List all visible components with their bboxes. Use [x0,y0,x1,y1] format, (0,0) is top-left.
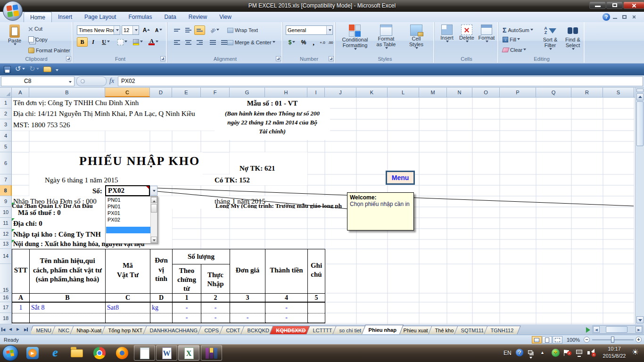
table-cell-qty-doc[interactable]: - [173,313,201,323]
column-header-f[interactable]: F [201,88,230,97]
minimize-button[interactable] [589,1,606,9]
font-size-combo[interactable]: 12 [122,25,139,35]
table-cell-stt[interactable] [12,313,30,323]
table-cell-code[interactable] [106,313,150,323]
last-sheet-button[interactable]: ▶ [24,326,30,333]
column-header-a[interactable]: A [12,88,29,97]
split-handle[interactable] [636,89,644,92]
column-header-o[interactable]: O [472,88,500,97]
close-button[interactable] [623,1,644,9]
tab-home[interactable]: Home [24,12,52,22]
show-hidden-icons-button[interactable]: ▲ [540,350,545,355]
align-center-button[interactable] [183,38,194,47]
dropdown-selected-blank-item[interactable] [106,227,150,233]
tab-data[interactable]: Data [158,12,182,22]
volume-tray-icon[interactable]: x [587,349,594,356]
shrink-font-button[interactable]: A [153,25,165,35]
bold-button[interactable]: B [77,37,88,47]
table-cell-note[interactable] [308,313,325,323]
column-header-l[interactable]: L [388,88,419,97]
dropdown-item[interactable]: PX01 [106,210,157,216]
fill-color-button[interactable] [131,37,145,47]
row-header-8[interactable]: 8 [0,185,12,196]
prev-sheet-button[interactable]: ◀ [9,326,15,333]
taskbar-ie-button[interactable]: e [49,347,61,359]
row-header-18[interactable]: 18 [0,313,12,324]
zoom-out-button[interactable]: – [584,337,590,343]
table-cell-name[interactable] [30,313,106,323]
cell-dropdown-button[interactable] [150,186,157,196]
column-header-j[interactable]: J [325,88,356,97]
conditional-formatting-button[interactable]: Conditional Formatting [339,25,371,51]
horizontal-scrollbar[interactable]: ◀ ▶ [592,325,643,334]
workbook-minimize-button[interactable] [613,14,620,20]
align-top-button[interactable] [172,25,182,35]
row-header-16[interactable]: 16 [0,293,12,302]
table-cell-code[interactable]: Sat8 [106,303,150,313]
accounting-format-button[interactable]: $ [286,38,298,47]
worksheet[interactable]: 1 2 3 4 5 6 7 8 9 10 11 12 13 14 15 16 1… [0,98,635,324]
align-left-button[interactable] [172,38,182,47]
taskbar-chrome-button[interactable] [93,347,106,359]
column-header-k[interactable]: K [356,88,388,97]
underline-button[interactable]: U [99,37,113,47]
italic-button[interactable]: I [88,37,98,47]
number-dialog-launcher[interactable] [329,56,334,61]
zoom-in-button[interactable]: + [636,337,642,343]
scroll-up-button[interactable] [636,93,644,100]
clock[interactable]: 10:172015/8/22 [600,346,629,360]
validation-dropdown-list[interactable]: PN01 PN01 PX01 PX02 [105,196,158,244]
language-indicator[interactable]: EN [504,350,512,356]
action-center-tray-icon[interactable]: x [564,348,569,355]
percent-style-button[interactable]: % [298,38,309,47]
column-header-h[interactable]: H [265,88,307,97]
format-as-table-button[interactable]: Format as Table [372,25,401,50]
tab-view[interactable]: View [213,12,238,22]
row-header-2[interactable]: 2 [0,108,12,119]
sort-filter-button[interactable]: AZ Sort & Filter [539,25,561,51]
clear-button[interactable]: Clear [503,47,526,53]
table-cell-unit[interactable]: kg [150,303,173,313]
align-bottom-button[interactable] [194,25,205,35]
start-button[interactable] [2,345,18,361]
taskbar-winrar-button[interactable] [201,345,222,361]
formula-input[interactable]: PX02 [118,76,643,86]
column-header-i[interactable]: I [307,88,325,97]
row-header-10[interactable]: 10 [0,207,12,218]
save-button[interactable] [4,66,11,73]
vertical-scrollbar[interactable] [635,88,644,324]
zoom-level[interactable]: 100% [567,337,580,343]
row-header-11[interactable]: 11 [0,218,12,229]
row-header-4[interactable]: 4 [0,131,12,141]
decrease-indent-button[interactable] [207,38,218,47]
taskbar-firefox-button[interactable] [116,347,128,359]
table-cell-stt[interactable]: 1 [12,303,30,313]
office-button[interactable] [3,1,23,21]
clipboard-dialog-launcher[interactable] [66,56,71,61]
paste-button[interactable]: Paste [5,25,25,47]
first-sheet-button[interactable]: ◀ [1,326,8,333]
column-header-g[interactable]: G [230,88,265,97]
row-header-12[interactable]: 12 [0,229,12,239]
qat-customize-button[interactable] [55,67,58,74]
column-header-b[interactable]: B [29,88,105,97]
scroll-up-button[interactable] [151,197,157,203]
taskbar-word-button[interactable]: W [156,345,177,361]
scroll-thumb[interactable] [606,326,627,333]
row-header-1[interactable]: 1 [0,98,12,108]
scroll-right-button[interactable]: ▶ [636,326,642,333]
row-header-6[interactable]: 6 [0,152,12,174]
taskbar-notepad-button[interactable] [134,345,155,361]
column-header-n[interactable]: N [447,88,472,97]
table-cell-price[interactable]: - [230,313,265,323]
table-cell-name[interactable]: Sắt 8 [30,303,106,313]
open-button[interactable] [43,66,51,72]
table-cell-amount[interactable]: - [265,313,308,323]
name-box[interactable]: C8 [1,76,74,86]
row-header-9[interactable]: 9 [0,196,12,207]
sheet-tab-tong-hop-nxt[interactable]: Tổng hợp NXT [102,326,150,334]
row-header-14[interactable]: 14 [0,249,12,264]
scroll-thumb[interactable] [151,204,157,213]
borders-button[interactable] [115,37,130,47]
taskbar-excel-button[interactable]: X [178,345,199,361]
